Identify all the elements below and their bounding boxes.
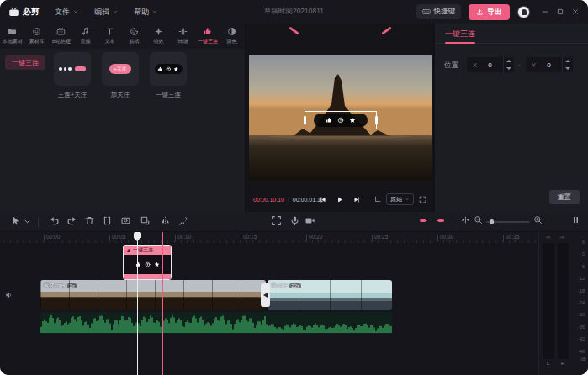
delete-button[interactable] (84, 215, 95, 226)
text-icon (105, 27, 114, 36)
template-card-wrap: 三连+关注 (54, 52, 91, 99)
x-increment-button[interactable] (504, 57, 514, 65)
minimize-button[interactable] (541, 8, 549, 16)
tab-label: 音频 (81, 38, 91, 45)
tab-label: 一键三连 (198, 38, 218, 45)
menu-item-1[interactable]: 文件 (55, 7, 79, 18)
snap-button[interactable] (178, 215, 189, 226)
track-mute-icon[interactable] (5, 291, 13, 299)
media-tab-1[interactable]: 本地素材 (0, 24, 24, 49)
menu-item-3[interactable]: 帮助 (134, 7, 158, 18)
export-button[interactable]: 导出 (469, 4, 510, 20)
coin-icon (166, 66, 172, 72)
confetti-slash-icon (381, 27, 391, 35)
timeline-zoom-slider[interactable] (486, 221, 530, 223)
video-clip-2[interactable]: 海.mp4 22s (268, 280, 392, 310)
menu-label: 文件 (55, 7, 70, 18)
overlay-template-clip[interactable]: 一键三连 (123, 245, 172, 280)
draft-title: 草稿时间20210811 (264, 7, 324, 17)
overlay-clip-footer (124, 274, 171, 280)
inspector-tab-triple[interactable]: 一键三连 (445, 29, 475, 40)
fit-timeline-button[interactable] (461, 215, 470, 224)
audio-meter-toggle-icon[interactable] (571, 215, 580, 224)
select-tool-button[interactable] (10, 215, 21, 226)
maximize-button[interactable] (556, 8, 564, 16)
previous-frame-button[interactable] (320, 196, 327, 203)
audio-clip[interactable] (40, 312, 392, 334)
video-clip-1[interactable]: 素材.mp4 1x (40, 280, 266, 310)
clip-trim-handle[interactable] (261, 283, 270, 307)
meter-bar-right (558, 243, 569, 359)
scale-select[interactable]: 原始 (386, 193, 414, 205)
x-decrement-button[interactable] (504, 65, 514, 72)
ruler-label: 00:30 (440, 234, 453, 240)
overlay-selection-box[interactable] (305, 111, 377, 129)
reset-button[interactable]: 重置 (549, 190, 580, 204)
record-camera-button[interactable] (305, 215, 315, 226)
menu-item-2[interactable]: 编辑 (94, 7, 119, 18)
logo-icon (8, 7, 19, 18)
media-tab-6[interactable]: 贴纸 (122, 24, 146, 49)
favorite-icon (349, 117, 356, 124)
y-increment-button[interactable] (563, 57, 573, 65)
media-tab-2[interactable]: 素材库 (24, 24, 49, 49)
mask-button[interactable] (120, 215, 131, 226)
position-y-input[interactable]: Y 0 (526, 57, 573, 72)
shortcut-button[interactable]: 快捷键 (416, 4, 462, 19)
avatar[interactable] (517, 6, 530, 18)
tab-label: 本地素材 (3, 38, 23, 45)
split-button[interactable] (102, 215, 113, 226)
template-card-wrap: +关注加关注 (102, 52, 139, 99)
media-tab-9[interactable]: 一键三连 (195, 24, 220, 49)
media-tab-5[interactable]: 文本 (98, 24, 122, 49)
logo-text: 必剪 (23, 6, 40, 18)
beat-marker-auto-button[interactable] (435, 215, 446, 226)
fullscreen-icon[interactable] (419, 196, 426, 203)
close-button[interactable] (571, 8, 580, 16)
playhead[interactable] (137, 232, 138, 375)
clip-label: 素材.mp4 1x (44, 282, 77, 289)
follow-pill: +关注 (109, 64, 131, 74)
position-x-input[interactable]: X 0 (467, 57, 514, 72)
media-tab-7[interactable]: 特效 (146, 24, 171, 49)
zoom-out-button[interactable] (474, 215, 483, 224)
timeline-ruler[interactable]: 00:0000:0500:1000:1500:2000:2500:3000:35 (0, 232, 538, 243)
select-tool-chevron-icon[interactable] (23, 217, 32, 226)
meter-left-label: L (547, 361, 549, 366)
beat-marker-manual-button[interactable] (418, 215, 429, 226)
playhead-handle[interactable] (134, 232, 141, 238)
zoom-in-button[interactable] (533, 215, 543, 224)
zoom-slider-knob[interactable] (490, 219, 494, 224)
undo-button[interactable] (49, 215, 60, 226)
media-tab-4[interactable]: 音频 (73, 24, 98, 49)
template-card-2[interactable]: +关注 (102, 52, 139, 86)
redo-button[interactable] (66, 215, 77, 226)
inspector-header: 一键三连 (435, 24, 588, 44)
subnav-item-triple[interactable]: 一键三连 (5, 55, 45, 70)
media-tab-8[interactable]: 转场 (171, 24, 195, 49)
next-frame-button[interactable] (353, 196, 361, 203)
template-card-3[interactable] (150, 52, 187, 86)
freeze-frame-button[interactable] (140, 215, 151, 226)
inspector-panel: 一键三连 位置 X 0 - Y 0 重置 (435, 24, 588, 212)
crop-icon[interactable] (373, 196, 381, 203)
upload-icon (476, 8, 484, 16)
clip-label: 海.mp4 22s (271, 282, 301, 289)
y-decrement-button[interactable] (563, 65, 573, 72)
effects-icon (154, 27, 163, 36)
folder-icon (8, 27, 17, 36)
fit-canvas-button[interactable] (271, 215, 282, 226)
card-label: 加关注 (111, 91, 130, 99)
media-tab-3[interactable]: B站热梗 (49, 24, 73, 49)
video-viewport[interactable] (249, 55, 432, 180)
xy-dash: - (518, 61, 521, 68)
meter-tick-label: 0 (582, 251, 585, 256)
meter-unit: dB (580, 357, 586, 362)
template-card-1[interactable] (54, 52, 91, 86)
meter-tick-label: -12 (578, 276, 585, 281)
media-tab-10[interactable]: 调色 (220, 24, 244, 49)
play-button[interactable] (336, 196, 344, 203)
mirror-button[interactable] (160, 215, 171, 226)
record-voice-button[interactable] (289, 215, 300, 226)
template-card-wrap: 一键三连 (150, 52, 187, 99)
